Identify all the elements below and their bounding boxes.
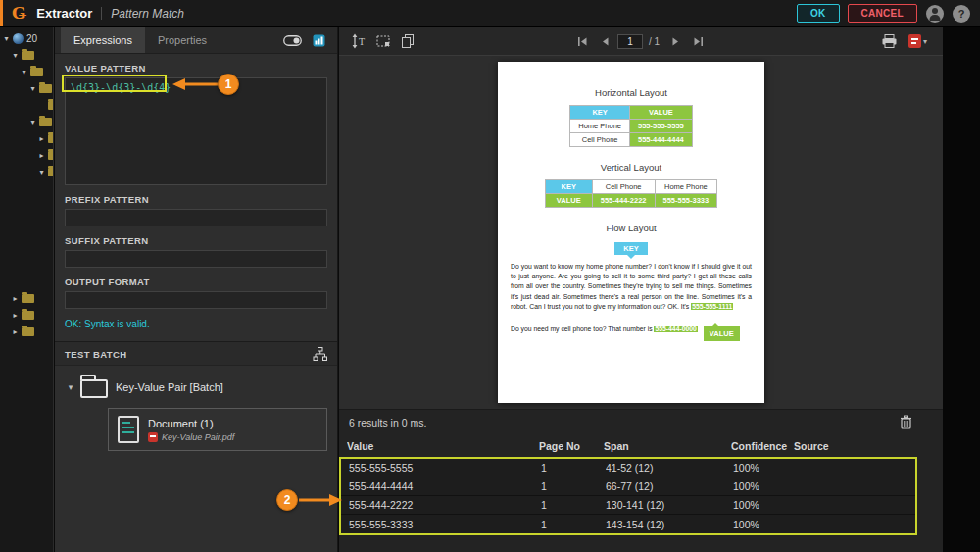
page-number-input[interactable]: 1 xyxy=(617,34,643,49)
prefix-pattern-input[interactable] xyxy=(65,209,327,226)
preview-toolbar: T 1 / 1 xyxy=(339,27,943,56)
kv-value-highlighted: 555-555-5555 xyxy=(630,120,693,133)
next-page-icon[interactable] xyxy=(665,31,685,51)
pdf-icon xyxy=(148,432,158,442)
print-icon[interactable] xyxy=(880,31,900,51)
result-cell-span: 41-52 (12) xyxy=(606,462,733,474)
toggle-icon[interactable] xyxy=(282,30,302,50)
last-page-icon[interactable] xyxy=(688,31,708,51)
column-header-confidence[interactable]: Confidence xyxy=(731,440,794,452)
document-icon xyxy=(118,416,139,443)
tree-node[interactable]: ▸ xyxy=(0,147,53,164)
batch-tree-icon[interactable] xyxy=(313,347,327,361)
collapse-icon[interactable]: ▾ xyxy=(65,382,76,392)
collapse-icon[interactable]: ▾ xyxy=(20,68,28,76)
result-cell-confidence: 100% xyxy=(733,480,796,492)
tree-node[interactable]: ▾ xyxy=(0,164,53,180)
collapse-icon[interactable]: ▾ xyxy=(2,34,11,43)
key-header-cell: KEY xyxy=(545,180,592,194)
suffix-pattern-label: SUFFIX PATTERN xyxy=(65,235,327,246)
expand-icon[interactable]: ▸ xyxy=(11,294,20,303)
result-cell-span: 130-141 (12) xyxy=(606,499,733,511)
result-row[interactable]: 555-555-33331143-154 (12)100% xyxy=(341,515,915,533)
tree-node[interactable]: ▸ xyxy=(0,290,53,307)
ok-button[interactable]: OK xyxy=(797,4,840,23)
folder-icon xyxy=(48,101,53,110)
nav-tree[interactable]: ▾20▾▾▾▾▸▸▾▸▸▸ xyxy=(0,27,54,552)
result-cell-confidence: 100% xyxy=(733,519,796,530)
tree-node[interactable]: ▾ xyxy=(0,64,53,80)
pages-icon[interactable] xyxy=(398,31,417,51)
tree-node[interactable]: ▾ xyxy=(0,80,53,97)
value-pattern-input[interactable]: \d{3}-\d{3}-\d{4} xyxy=(65,77,327,185)
chevron-down-icon: ▾ xyxy=(923,37,927,46)
results-body: 555-555-5555141-52 (12)100%555-444-44441… xyxy=(339,457,917,535)
document-filename: Key-Value Pair.pdf xyxy=(162,432,234,442)
collapse-icon[interactable]: ▾ xyxy=(11,51,20,60)
tree-node[interactable]: ▾ xyxy=(0,114,53,130)
result-cell-confidence: 100% xyxy=(733,499,796,511)
document-item[interactable]: Document (1) Key-Value Pair.pdf xyxy=(108,408,327,451)
folder-icon xyxy=(22,311,34,320)
accent-strip xyxy=(0,0,3,26)
expand-icon[interactable]: ▸ xyxy=(11,327,20,336)
output-format-input[interactable] xyxy=(65,291,327,309)
tree-node[interactable] xyxy=(0,180,53,197)
page-subtitle: Pattern Match xyxy=(111,7,184,21)
expand-icon[interactable]: ▸ xyxy=(37,134,46,143)
result-cell-confidence: 100% xyxy=(733,462,796,474)
grooper-logo-icon: Ǥ xyxy=(12,5,26,22)
result-cell-span: 66-77 (12) xyxy=(606,480,733,492)
expand-icon[interactable]: ▸ xyxy=(11,311,20,320)
result-row[interactable]: 555-555-5555141-52 (12)100% xyxy=(341,459,915,477)
tree-node[interactable]: ▸ xyxy=(0,324,53,340)
key-header-cell: KEY xyxy=(570,106,630,120)
kv-value-highlighted: 555-444-2222 xyxy=(592,194,655,208)
result-row[interactable]: 555-444-22221130-141 (12)100% xyxy=(341,496,915,515)
results-count: 6 results in 0 ms. xyxy=(349,417,426,428)
result-cell-value: 555-444-4444 xyxy=(349,480,541,492)
pdf-export-icon[interactable]: ▾ xyxy=(908,34,927,48)
user-icon[interactable] xyxy=(926,5,944,23)
text-height-icon[interactable]: T xyxy=(349,31,368,51)
extractor-window: Ǥ Extractor Pattern Match OK CANCEL ? ▾2… xyxy=(0,0,980,552)
collapse-icon[interactable]: ▾ xyxy=(28,84,37,93)
folder-icon xyxy=(39,84,52,93)
cancel-button[interactable]: CANCEL xyxy=(848,4,917,23)
tree-node[interactable]: ▾20 xyxy=(0,30,53,47)
column-header-span[interactable]: Span xyxy=(604,440,731,452)
horizontal-table: KEY VALUE Home Phone 555-555-5555 Cell P… xyxy=(569,105,693,147)
title-separator xyxy=(101,7,102,20)
folder-icon xyxy=(22,327,34,336)
kv-value-highlighted: 555-555-3333 xyxy=(655,194,717,208)
collapse-icon[interactable]: ▾ xyxy=(28,118,37,126)
value-callout-tag: VALUE xyxy=(704,326,740,341)
diagnostics-icon[interactable] xyxy=(309,30,328,50)
delete-icon[interactable] xyxy=(896,413,915,432)
tree-node[interactable]: ▸ xyxy=(0,307,53,324)
column-header-source[interactable]: Source xyxy=(794,440,917,452)
prev-page-icon[interactable] xyxy=(595,31,614,51)
collapse-icon[interactable]: ▾ xyxy=(37,168,46,176)
tab-bar: Expressions Properties xyxy=(55,27,337,54)
folder-icon xyxy=(22,51,34,60)
tree-node[interactable] xyxy=(0,97,53,114)
flow-paragraph-2: Do you need my cell phone too? That numb… xyxy=(511,322,752,336)
tree-node[interactable]: ▸ xyxy=(0,130,53,147)
document-preview[interactable]: Horizontal Layout KEY VALUE Home Phone 5… xyxy=(339,56,943,409)
help-icon[interactable]: ? xyxy=(953,5,970,23)
page-total: / 1 xyxy=(649,36,660,47)
first-page-icon[interactable] xyxy=(572,31,592,51)
suffix-pattern-input[interactable] xyxy=(65,250,327,268)
result-cell-page_no: 1 xyxy=(541,462,606,474)
tab-properties[interactable]: Properties xyxy=(145,27,220,53)
region-select-icon[interactable] xyxy=(373,31,393,51)
column-header-value[interactable]: Value xyxy=(347,440,539,452)
expand-icon[interactable]: ▸ xyxy=(37,151,46,160)
svg-text:T: T xyxy=(359,36,365,47)
result-row[interactable]: 555-444-4444166-77 (12)100% xyxy=(341,477,915,496)
batch-folder-node[interactable]: ▾ Key-Value Pair [Batch] xyxy=(65,376,327,398)
tree-node[interactable]: ▾ xyxy=(0,47,53,64)
column-header-page-no[interactable]: Page No xyxy=(539,440,604,452)
tab-expressions[interactable]: Expressions xyxy=(61,27,145,53)
